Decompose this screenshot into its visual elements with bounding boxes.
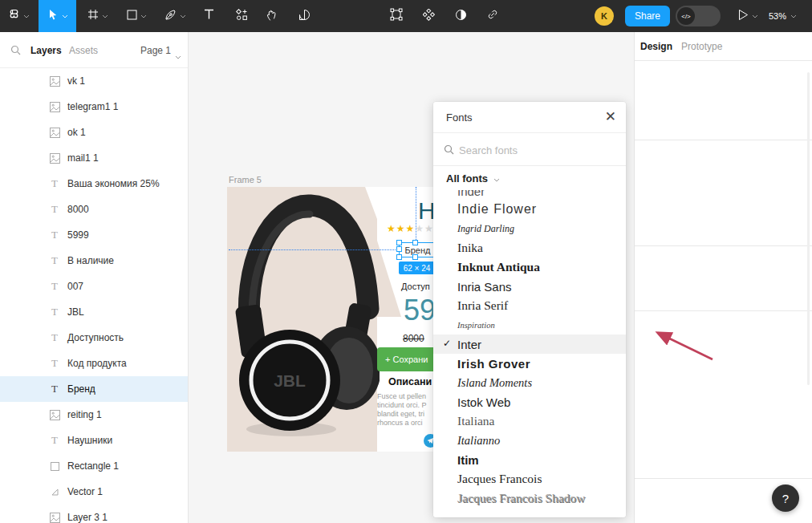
font-search-input[interactable] <box>459 140 611 160</box>
mask-button[interactable] <box>448 0 473 32</box>
zoom-menu[interactable]: 53% <box>769 0 797 32</box>
font-option[interactable]: Inria Sans <box>433 277 626 296</box>
text-selection-box[interactable]: Бренд <box>399 242 436 257</box>
tab-prototype[interactable]: Prototype <box>681 41 722 52</box>
link-button[interactable] <box>480 0 505 32</box>
hand-tool-button[interactable] <box>258 0 286 32</box>
layer-row[interactable]: ok 1 <box>0 120 188 145</box>
font-option[interactable]: Ingrid Darling <box>433 219 626 238</box>
font-filter-label: All fonts <box>446 172 488 184</box>
bounding-box-icon <box>390 8 403 24</box>
font-option[interactable]: Itim <box>433 450 626 469</box>
frame-label[interactable]: Frame 5 <box>229 175 262 184</box>
layer-row[interactable]: TНаушники <box>0 428 188 453</box>
component-diamonds-icon <box>423 9 435 24</box>
font-option[interactable]: Istok Web <box>433 392 626 412</box>
layer-row[interactable]: TJBL <box>0 299 188 325</box>
font-option[interactable]: Inria Serif <box>433 296 626 315</box>
text-layer-icon: T <box>48 434 61 447</box>
font-option[interactable]: ✓Inter <box>433 334 626 354</box>
font-option[interactable]: Irish Grover <box>433 354 626 373</box>
availability-text[interactable]: Доступ <box>401 282 430 291</box>
help-button[interactable]: ? <box>772 484 799 512</box>
text-layer-icon: T <box>48 357 61 370</box>
description-text[interactable]: Fusce ut pellen tincidunt orci. P blandi… <box>377 392 427 428</box>
layer-name: В наличие <box>67 255 114 266</box>
font-option[interactable]: Jacques Francois <box>433 469 626 489</box>
tab-layers[interactable]: Layers <box>30 45 62 56</box>
figma-logo-icon <box>8 9 20 24</box>
star-icon: ★ <box>396 223 406 234</box>
actions-tool-button[interactable] <box>228 0 255 32</box>
selection-handle[interactable] <box>396 254 402 260</box>
share-label: Share <box>635 10 660 22</box>
edit-object-button[interactable] <box>384 0 409 32</box>
layer-row[interactable]: TДоступность <box>0 325 188 351</box>
share-button[interactable]: Share <box>625 6 670 26</box>
layer-row[interactable]: telegram1 1 <box>0 94 188 120</box>
font-filter-dropdown[interactable]: All fonts <box>433 166 626 190</box>
present-button[interactable] <box>730 0 765 32</box>
chevron-down-icon <box>175 48 181 63</box>
description-heading[interactable]: Описани <box>388 376 432 387</box>
font-option[interactable]: Inknut Antiqua <box>433 257 626 277</box>
selection-handle[interactable] <box>412 254 418 260</box>
font-option[interactable]: Island Moments <box>433 373 626 392</box>
layer-row[interactable]: Rectangle 1 <box>0 453 188 479</box>
shape-tool-button[interactable] <box>118 0 155 32</box>
code-icon: </> <box>677 7 695 25</box>
old-price-text[interactable]: 8000 <box>403 333 424 344</box>
chevron-down-icon <box>102 14 108 18</box>
dev-mode-toggle[interactable]: </> <box>676 6 721 26</box>
selection-handle[interactable] <box>412 240 418 245</box>
font-option[interactable]: Jacques Francois Shadow <box>433 489 626 508</box>
move-tool-button[interactable] <box>39 0 76 32</box>
create-component-button[interactable] <box>416 0 441 32</box>
font-option[interactable]: Italiana <box>433 412 626 431</box>
layer-name: mail1 1 <box>67 152 99 164</box>
tab-assets[interactable]: Assets <box>69 45 98 56</box>
layer-row[interactable]: Vector 1 <box>0 479 188 505</box>
font-option[interactable]: Inder <box>433 190 626 200</box>
frame-tool-button[interactable] <box>79 0 116 32</box>
comment-tool-button[interactable] <box>290 0 318 32</box>
selection-handle[interactable] <box>396 246 402 252</box>
layer-row[interactable]: Layer 3 1 <box>0 505 188 523</box>
headphones-image[interactable]: JBL <box>227 187 380 452</box>
layer-row[interactable]: vk 1 <box>0 68 188 94</box>
search-icon[interactable] <box>10 44 21 59</box>
font-option[interactable]: Inika <box>433 238 626 257</box>
layer-row[interactable]: reiting 1 <box>0 402 188 428</box>
font-name: Inknut Antiqua <box>457 260 540 274</box>
link-icon <box>486 8 499 24</box>
font-option[interactable]: Italianno <box>433 431 626 450</box>
layer-row[interactable]: T007 <box>0 274 188 299</box>
font-option[interactable]: Indie Flower <box>433 200 626 219</box>
text-layer-icon: T <box>48 177 61 190</box>
pen-tool-button[interactable] <box>156 0 193 32</box>
price-text[interactable]: 59 <box>404 294 436 327</box>
layer-row[interactable]: T8000 <box>0 197 188 222</box>
selection-handle[interactable] <box>396 240 402 245</box>
close-icon[interactable]: ✕ <box>605 108 616 126</box>
font-name: Jacques Francois <box>457 472 542 486</box>
text-tool-button[interactable] <box>195 0 222 32</box>
image-layer-icon <box>48 511 61 523</box>
tab-design[interactable]: Design <box>640 41 672 52</box>
layer-name: vk 1 <box>67 75 85 87</box>
layer-row[interactable]: TКод продукта <box>0 351 188 376</box>
font-name: Ingrid Darling <box>457 223 514 235</box>
layer-row[interactable]: TБренд <box>0 376 188 402</box>
page-selector[interactable]: Page 1 <box>140 45 171 56</box>
layer-row[interactable]: TВаша экономия 25% <box>0 171 188 197</box>
layer-name: Наушники <box>67 435 112 446</box>
font-name: Inter <box>457 338 481 351</box>
panel-scrollbar[interactable] <box>807 72 810 385</box>
layer-row[interactable]: T5999 <box>0 222 188 248</box>
main-menu-button[interactable] <box>0 0 37 32</box>
layer-row[interactable]: mail1 1 <box>0 145 188 171</box>
avatar[interactable]: K <box>595 6 614 26</box>
layer-name: JBL <box>67 306 84 318</box>
font-option[interactable]: Inspiration <box>433 315 626 334</box>
layer-row[interactable]: TВ наличие <box>0 248 188 274</box>
